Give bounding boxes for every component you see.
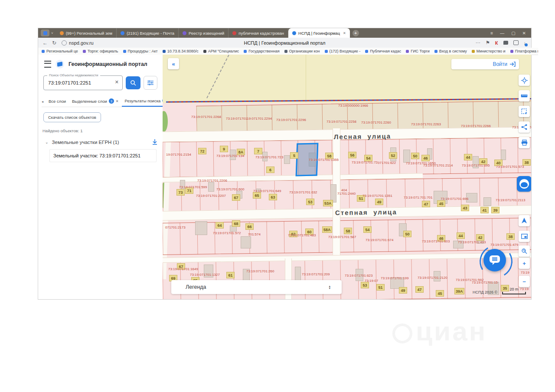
download-icon[interactable]: ↓ <box>524 40 526 46</box>
zoom-out-button[interactable]: − <box>519 276 530 287</box>
house-number-badge: 50 <box>403 231 411 237</box>
cadastral-number-label: 73:19:071701:2260 <box>361 121 391 124</box>
chat-icon[interactable] <box>503 41 508 45</box>
bookmark-item[interactable]: Организации кон <box>284 49 320 53</box>
browser-tab[interactable]: Реестр извещений <box>179 28 229 38</box>
zoom-in-button[interactable]: + <box>519 258 530 269</box>
select-area-button[interactable] <box>519 106 530 117</box>
tab-close-icon[interactable]: ✕ <box>343 31 346 35</box>
sidebar-tabs: ◂ Все слоиВыделенные слои3✕Результаты по… <box>42 96 163 107</box>
coordinates-button[interactable] <box>519 75 530 86</box>
sidebar-tab-label: Все слои <box>49 99 66 104</box>
my-location-button[interactable] <box>519 215 530 226</box>
building <box>208 182 214 192</box>
result-item[interactable]: Земельный участок: 73:19:071701:2251 <box>49 149 157 162</box>
bookmark-favicon <box>42 50 45 53</box>
back-icon[interactable]: ← <box>42 40 48 46</box>
cadastral-number-label: 73:19:071701:493 <box>458 240 486 244</box>
tab-close-icon[interactable]: ✕ <box>116 99 119 103</box>
assistant-mascot-button[interactable] <box>517 176 531 192</box>
cadastral-number-label: 071701:2173 <box>165 225 186 229</box>
cadastral-number-label: 73:19:071701:2120 <box>418 276 447 280</box>
download-badge <box>525 43 528 46</box>
house-number-badge: 72 <box>198 148 206 154</box>
bookmark-item[interactable]: Процедуры : Акт <box>123 49 158 53</box>
bookmark-item[interactable]: Вход в систему <box>434 49 467 53</box>
house-number-badge: 61 <box>226 272 235 278</box>
minimize-button[interactable]: — <box>500 31 504 36</box>
cadastral-number-label: 73:19:071:701:701 <box>404 196 433 199</box>
cadastral-number-label: 73:19:071701:674 <box>366 238 394 242</box>
cadastral-number-label: 73:19:071701:623 <box>345 274 373 278</box>
bookmark-item[interactable]: АРМ "Специалис <box>203 49 239 53</box>
cadastral-number-label: 73:19:071701:649 <box>253 189 281 193</box>
bookmark-item[interactable]: Публичная кадас <box>365 49 401 53</box>
hamburger-menu-icon[interactable] <box>44 61 51 68</box>
sidebar-tab[interactable]: Все слои <box>46 96 69 107</box>
login-button[interactable]: Войти <box>451 59 519 69</box>
search-button[interactable] <box>126 76 140 89</box>
reset-extent-button[interactable] <box>519 245 530 257</box>
chevron-down-icon[interactable]: ⌄ <box>45 140 49 144</box>
bookmark-item[interactable]: Министерство и <box>472 49 506 53</box>
bookmark-item[interactable]: Торги: официаль <box>83 49 118 53</box>
bookmark-favicon <box>510 50 513 53</box>
bookmark-favicon <box>203 50 206 53</box>
browser-tab[interactable]: (99+) Региональный зем <box>56 28 117 38</box>
download-group-icon[interactable] <box>152 139 157 145</box>
filters-button[interactable] <box>144 76 157 90</box>
share-button[interactable] <box>519 121 530 133</box>
restore-button[interactable]: ▢ <box>511 31 515 36</box>
minimap-button[interactable] <box>519 231 530 242</box>
url-text: nspd.gov.ru <box>69 40 94 46</box>
collapse-panel-button[interactable]: « <box>168 58 179 69</box>
legend-expand-icon[interactable]: ▴▾ <box>329 285 330 289</box>
measure-button[interactable] <box>519 90 530 101</box>
bookmark-icon[interactable]: ⚑ <box>486 40 490 46</box>
house-number-badge: 50 <box>411 153 419 159</box>
tabs-scroll-left-icon[interactable]: ◂ <box>42 100 43 104</box>
print-button[interactable] <box>519 137 530 148</box>
more-icon[interactable]: ⋯ <box>476 40 480 46</box>
scale-label: 20 m <box>509 287 518 291</box>
browser-logo-button[interactable] <box>41 29 49 36</box>
search-input[interactable] <box>44 76 109 90</box>
picture-in-picture-icon <box>521 234 528 239</box>
bookmark-item[interactable]: Государственная <box>244 49 279 53</box>
bookmark-item[interactable]: ГИС Торги <box>406 49 429 53</box>
browser-tab[interactable]: (2191) Входящие - Почта <box>117 28 179 38</box>
search-box[interactable]: Поиск Объекты недвижимости ✕ <box>43 75 123 90</box>
new-tab-button[interactable]: + <box>353 30 359 36</box>
bookmark-item[interactable]: Платформа госу <box>510 49 538 53</box>
bookmark-item[interactable]: Региональный це <box>42 49 78 53</box>
cadastral-number-label: 73:19:071701:2113 <box>496 198 525 202</box>
antivirus-icon[interactable]: К <box>495 40 498 46</box>
clear-search-icon[interactable]: ✕ <box>115 79 119 85</box>
bookmark-item[interactable]: 10.73.8.34:8080/с <box>163 49 199 53</box>
result-group-row[interactable]: ⌄ Земельные участки ЕГРН (1) <box>45 139 157 145</box>
cadastral-number-label: 73:19:071701:2207 <box>196 194 226 198</box>
tabs-container: (99+) Региональный зем(2191) Входящие - … <box>56 28 350 38</box>
cadastral-number-label: 19:071701:2154 <box>166 153 191 157</box>
map-canvas[interactable]: Лесная улица Степная улица 7298A75658565… <box>163 55 531 299</box>
chat-fab-button[interactable] <box>483 249 506 271</box>
tab-label: НСПД | Геоинформац <box>298 31 340 36</box>
download-list-button[interactable]: Скачать список объектов <box>43 112 101 122</box>
legend-panel[interactable]: Легенда ▴▾ <box>171 280 342 294</box>
login-icon <box>510 62 516 67</box>
browser-tab-bar: ˅ (99+) Региональный зем(2191) Входящие … <box>38 28 531 38</box>
url-field[interactable]: nspd.gov.ru <box>62 40 94 46</box>
browser-tab[interactable]: НСПД | Геоинформац✕ <box>288 28 350 38</box>
browser-menu-icon[interactable]: ≡ <box>490 31 493 36</box>
house-number-badge: 5 <box>290 152 298 159</box>
house-number-badge: 52 <box>389 152 397 159</box>
bookmark-item[interactable]: (172) Входящие - <box>325 49 361 53</box>
sidebar-tab[interactable]: Выделенные слои3✕ <box>69 96 121 107</box>
collections-icon[interactable] <box>513 40 519 45</box>
refresh-icon[interactable]: ↻ <box>52 40 56 46</box>
close-button[interactable]: ✕ <box>522 31 526 36</box>
browser-tab[interactable]: публичная кадастрован <box>229 28 288 38</box>
cadastral-number-label: 73:19:071701:72 <box>352 160 378 164</box>
house-number-badge: 56 <box>348 152 356 158</box>
chevron-down-icon[interactable]: ˅ <box>51 31 53 35</box>
